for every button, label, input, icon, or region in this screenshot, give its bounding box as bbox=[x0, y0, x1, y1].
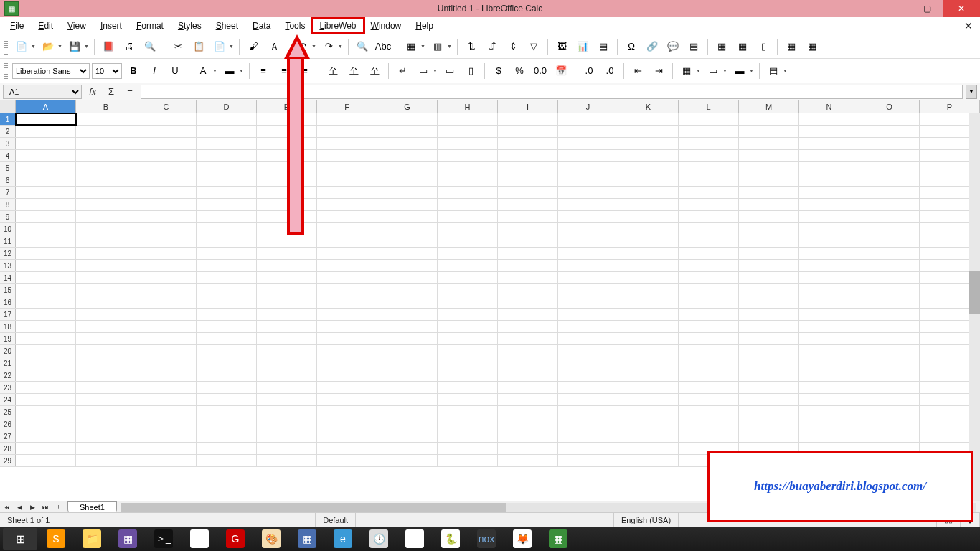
cell[interactable] bbox=[799, 162, 859, 174]
cell[interactable] bbox=[16, 211, 76, 222]
cell[interactable] bbox=[498, 211, 558, 222]
row-header[interactable]: 13 bbox=[0, 260, 16, 271]
cell[interactable] bbox=[136, 113, 197, 125]
menu-styles[interactable]: Styles bbox=[171, 19, 209, 33]
cell[interactable] bbox=[257, 174, 317, 186]
page-style[interactable]: Default bbox=[316, 513, 356, 527]
col-header-G[interactable]: G bbox=[377, 100, 438, 113]
cell[interactable] bbox=[317, 406, 377, 418]
cell[interactable] bbox=[498, 394, 558, 405]
watermark-link[interactable]: https://buayaberdiri.blogspot.com/ bbox=[754, 479, 926, 494]
col-header-L[interactable]: L bbox=[679, 100, 739, 113]
cell[interactable] bbox=[498, 260, 558, 271]
cell[interactable] bbox=[257, 382, 317, 393]
cell[interactable] bbox=[197, 443, 257, 454]
taskbar-cmd-icon[interactable]: ＞_ bbox=[146, 528, 181, 550]
hyperlink-button[interactable]: 🔗 bbox=[643, 37, 661, 56]
cell[interactable] bbox=[136, 162, 197, 174]
row-header[interactable]: 29 bbox=[0, 455, 16, 466]
print-button[interactable]: 🖨 bbox=[120, 37, 138, 56]
cell[interactable] bbox=[558, 187, 618, 198]
col-header-O[interactable]: O bbox=[859, 100, 920, 113]
cell[interactable] bbox=[859, 369, 920, 381]
cell[interactable] bbox=[438, 272, 498, 283]
cell[interactable] bbox=[558, 394, 618, 405]
percent-button[interactable]: % bbox=[510, 62, 529, 80]
menu-insert[interactable]: Insert bbox=[93, 19, 129, 33]
merge-button[interactable]: ▭▼ bbox=[414, 62, 433, 80]
cell[interactable] bbox=[16, 406, 76, 418]
cell[interactable] bbox=[739, 333, 799, 344]
font-name-select[interactable]: Liberation Sans bbox=[12, 63, 90, 79]
cell[interactable] bbox=[257, 443, 317, 454]
cell[interactable] bbox=[618, 394, 679, 405]
cell[interactable] bbox=[739, 369, 799, 381]
cell[interactable] bbox=[76, 126, 136, 137]
cell[interactable] bbox=[558, 284, 618, 296]
indent-dec-button[interactable]: ⇤ bbox=[628, 62, 647, 80]
toolbar-grip[interactable] bbox=[4, 39, 8, 55]
cell[interactable] bbox=[377, 345, 438, 357]
cell[interactable] bbox=[16, 126, 76, 137]
cell[interactable] bbox=[257, 455, 317, 466]
row-header[interactable]: 12 bbox=[0, 248, 16, 259]
col-header-B[interactable]: B bbox=[76, 100, 136, 113]
cell[interactable] bbox=[799, 113, 859, 125]
paste-button[interactable]: 📄▼ bbox=[210, 37, 229, 56]
cell[interactable] bbox=[558, 223, 618, 235]
cell[interactable] bbox=[377, 150, 438, 161]
new-button[interactable]: 📄▼ bbox=[12, 37, 31, 56]
cell[interactable] bbox=[317, 455, 377, 466]
cell[interactable] bbox=[618, 150, 679, 161]
cell[interactable] bbox=[438, 113, 498, 125]
cell[interactable] bbox=[558, 333, 618, 344]
cell[interactable] bbox=[739, 162, 799, 174]
cell[interactable] bbox=[76, 430, 136, 442]
cell[interactable] bbox=[317, 296, 377, 308]
cell[interactable] bbox=[438, 443, 498, 454]
cell[interactable] bbox=[317, 418, 377, 430]
cell[interactable] bbox=[498, 199, 558, 210]
add-decimal-button[interactable]: .0 bbox=[580, 62, 598, 80]
col-header-P[interactable]: P bbox=[920, 100, 980, 113]
cell[interactable] bbox=[76, 162, 136, 174]
cell[interactable] bbox=[76, 248, 136, 259]
cell[interactable] bbox=[136, 406, 197, 418]
cell[interactable] bbox=[197, 187, 257, 198]
cell[interactable] bbox=[498, 309, 558, 320]
col-ops-button[interactable]: ▥▼ bbox=[428, 37, 447, 56]
cell[interactable] bbox=[799, 333, 859, 344]
show-draw-button[interactable]: ▦ bbox=[803, 37, 821, 56]
cell[interactable] bbox=[859, 321, 920, 332]
select-all-corner[interactable] bbox=[0, 100, 16, 113]
cell[interactable] bbox=[859, 309, 920, 320]
number-button[interactable]: 0.0 bbox=[531, 62, 550, 80]
cell[interactable] bbox=[498, 150, 558, 161]
align-left-button[interactable]: ≡ bbox=[254, 62, 273, 80]
cell[interactable] bbox=[16, 296, 76, 308]
cell[interactable] bbox=[257, 333, 317, 344]
cell[interactable] bbox=[16, 272, 76, 283]
cell[interactable] bbox=[438, 284, 498, 296]
cell[interactable] bbox=[317, 382, 377, 393]
cell[interactable] bbox=[859, 113, 920, 125]
cell[interactable] bbox=[197, 430, 257, 442]
autofilter-button[interactable]: ▽ bbox=[524, 37, 543, 56]
cell[interactable] bbox=[197, 162, 257, 174]
save-button[interactable]: 💾▼ bbox=[65, 37, 84, 56]
borders-button[interactable]: ▦▼ bbox=[677, 62, 696, 80]
cell[interactable] bbox=[197, 138, 257, 149]
cell[interactable] bbox=[317, 260, 377, 271]
cell[interactable] bbox=[498, 382, 558, 393]
date-button[interactable]: 📅 bbox=[552, 62, 570, 80]
cell[interactable] bbox=[257, 369, 317, 381]
cell[interactable] bbox=[136, 321, 197, 332]
cell[interactable] bbox=[739, 272, 799, 283]
cell[interactable] bbox=[799, 260, 859, 271]
cell[interactable] bbox=[498, 418, 558, 430]
cell[interactable] bbox=[76, 443, 136, 454]
merge-cells-button[interactable]: ▭ bbox=[440, 62, 459, 80]
cell[interactable] bbox=[799, 394, 859, 405]
cell[interactable] bbox=[859, 126, 920, 137]
col-header-D[interactable]: D bbox=[197, 100, 257, 113]
